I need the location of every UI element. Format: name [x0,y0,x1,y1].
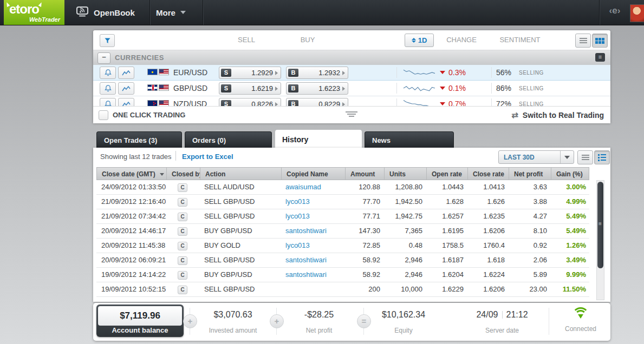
column-header-closed-by[interactable]: Closed by [166,168,200,180]
column-header-action[interactable]: Action [200,168,281,180]
filter-button[interactable] [100,34,115,47]
export-to-excel-link[interactable]: Export to Excel [182,153,233,161]
column-header-close-date-gmt[interactable]: Close date (GMT) [97,168,166,180]
collapse-group-button[interactable]: − [97,52,110,64]
buy-price-button[interactable]: B0.8229 [286,98,348,106]
trade-copied-name-link[interactable]: santoshtiwari [281,268,344,282]
change-down-icon [440,87,445,90]
open-chart-button[interactable] [118,98,134,106]
trade-copied-name-link[interactable]: lyco013 [281,209,344,223]
trade-row[interactable]: 18/09/2012 14:02:01MBUY GER3073027358736… [96,297,589,300]
trade-copied-name-link[interactable]: santoshtiwari [281,253,344,267]
trade-row[interactable]: 20/09/2012 11:45:38CBUY GOLDlyco01372.85… [96,239,589,253]
sell-letter-badge: S [221,69,231,77]
trade-net-profit: 3.88 [508,195,550,209]
closed-by-badge: C [178,198,187,207]
one-click-trading-checkbox[interactable] [99,110,108,120]
bell-icon [104,84,112,92]
trade-row[interactable]: 21/09/2012 12:16:40CSELL GBP/USDlyco0137… [96,195,589,209]
trade-units: 2,946 [383,253,426,267]
trade-net-profit: 23.00 [508,282,550,296]
buy-letter-badge: B [288,100,298,106]
alert-bell-button[interactable] [100,98,116,106]
drag-handle-icon[interactable] [346,111,357,117]
tab-orders-0[interactable]: Orders (0) [185,131,272,148]
us-flag-icon [159,84,169,91]
instrument-row[interactable]: GBP/USDS1.6219B1.62230.1%86%SELLING [93,81,610,96]
buy-price-value: 1.2932 [298,69,340,77]
instrument-row[interactable]: EUR/USDS1.2929B1.29320.3%56%SELLING [93,65,610,81]
trade-row[interactable]: 19/09/2012 14:14:22CBUY GBP/USDsantoshti… [96,268,589,282]
webtrader-app: etoro WebTrader OpenBook More ‹e› [0,0,644,344]
closed-by-badge: C [178,183,187,192]
trade-copied-name-link[interactable]: lyco013 [281,195,344,209]
etoro-bull-icon[interactable]: ‹e› [606,5,624,19]
trade-row[interactable]: 20/09/2012 14:46:17CBUY GBP/USDsantoshti… [96,224,589,239]
compact-list-button[interactable] [577,150,593,164]
trade-action: BUY GBP/USD [199,268,281,282]
tab-news[interactable]: News [365,131,454,148]
openbook-button[interactable]: OpenBook [76,0,135,25]
change-down-icon [440,71,445,74]
detailed-list-button[interactable] [594,150,610,164]
topbar-divider [149,0,151,25]
buy-price-value: 0.8229 [298,100,340,106]
sell-price-button[interactable]: S0.8226 [219,98,281,106]
period-selector-button[interactable]: 1D [405,34,434,47]
column-header-amount[interactable]: Amount [345,168,384,180]
trade-row[interactable]: 20/09/2012 06:09:21CSELL GBP/USDsantosht… [96,253,589,268]
tab-history[interactable]: History [275,130,362,148]
group-menu-icon[interactable]: ≡ [595,53,605,62]
updown-arrows-icon [412,38,416,43]
column-header-gain[interactable]: Gain (%) [551,168,590,180]
detailed-list-icon [598,154,606,161]
more-menu-button[interactable]: More [156,0,186,25]
trade-net-profit: 7.94 [508,297,550,300]
trade-action: SELL AUD/USD [199,180,281,194]
trade-copied-name-link[interactable]: lyco013 [281,239,344,253]
trade-row[interactable]: 21/09/2012 07:34:42CSELL GBP/USDlyco0137… [96,209,589,224]
account-balance-card[interactable]: $7,119.96 Account balance [96,305,184,337]
column-sentiment: SENTIMENT [490,36,550,44]
sell-price-button[interactable]: S1.6219 [219,82,281,95]
trade-row[interactable]: 19/09/2012 10:52:15CSELL GBP/USD20010,00… [96,282,589,297]
dropdown-caret-button[interactable] [560,151,574,163]
open-chart-button[interactable] [118,82,134,95]
etoro-logo[interactable]: etoro WebTrader [4,0,64,25]
filter-funnel-icon [105,38,110,44]
openbook-label: OpenBook [94,8,135,17]
trade-amount: 120.88 [344,180,383,194]
alert-bell-button[interactable] [100,67,116,79]
trade-close-rate: 1.6206 [467,282,508,296]
alert-bell-button[interactable] [100,82,116,95]
switch-to-real-trading-button[interactable]: ⇄ Switch to Real Trading [511,110,604,120]
buy-price-button[interactable]: B1.2932 [286,67,348,79]
trade-action: SELL GBP/USD [199,282,281,296]
scrollbar-thumb[interactable] [597,182,603,268]
openbook-icon [76,6,89,19]
history-scrollbar[interactable] [596,180,604,300]
column-header-close-rate[interactable]: Close rate [467,168,509,180]
grid-view-button[interactable] [592,34,608,48]
trade-row[interactable]: 24/09/2012 01:33:50CSELL AUD/USDawaisuma… [96,180,589,195]
column-header-copied-name[interactable]: Copied Name [281,168,345,180]
trade-close-date: 19/09/2012 14:14:22 [96,268,166,282]
buy-price-button[interactable]: B1.6223 [286,82,348,95]
tab-open-trades-3[interactable]: Open Trades (3) [96,131,182,148]
topbar-divider [203,0,204,25]
list-view-button[interactable] [575,34,591,48]
trade-copied-name-link[interactable]: santoshtiwari [281,224,344,238]
trade-copied-name-link[interactable]: awaisumad [281,180,344,194]
trade-amount: 730 [344,297,383,300]
sort-caret-icon [160,173,164,176]
column-header-units[interactable]: Units [384,168,426,180]
row-divider [491,67,492,78]
sell-price-button[interactable]: S1.2929 [219,67,281,79]
price-expand-arrow-icon [275,87,278,91]
column-header-open-rate[interactable]: Open rate [426,168,467,180]
instrument-row[interactable]: NZD/USDS0.8226B0.82290.7%72%SELLING [93,96,610,106]
open-chart-button[interactable] [118,67,134,79]
column-header-net-profit[interactable]: Net profit [509,168,551,180]
date-range-dropdown[interactable]: LAST 30D [498,150,574,164]
user-avatar[interactable] [630,4,644,22]
